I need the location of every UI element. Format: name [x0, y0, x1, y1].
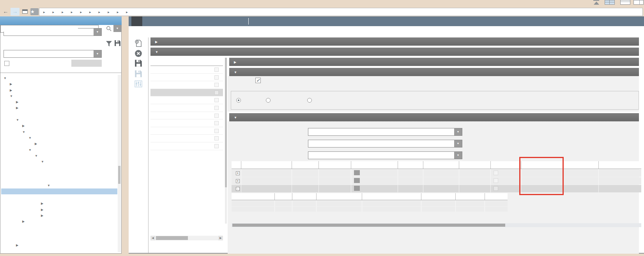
- collapse-row-icon[interactable]: [236, 187, 240, 191]
- scroll-right-icon[interactable]: ▶: [218, 236, 223, 240]
- property-row[interactable]: [150, 104, 223, 112]
- fs-checkbox[interactable]: [214, 136, 219, 140]
- fs-checkbox[interactable]: [214, 68, 219, 72]
- fs-checkbox[interactable]: [214, 121, 219, 125]
- section-command-configuration[interactable]: [229, 113, 639, 121]
- parameter-row[interactable]: [232, 201, 508, 206]
- right-panel-vscrollbar[interactable]: [225, 58, 227, 224]
- chevron-down-icon[interactable]: [234, 68, 242, 76]
- expand-arrow-icon[interactable]: [4, 75, 9, 81]
- parameter-row[interactable]: [232, 206, 508, 212]
- manual-navigation-checkbox[interactable]: [4, 61, 9, 66]
- tree-item[interactable]: [1, 242, 117, 248]
- favorites-star-icon[interactable]: [30, 8, 39, 15]
- fs-checkbox[interactable]: [214, 114, 219, 118]
- fs-checkbox[interactable]: [214, 144, 219, 148]
- scroll-left-icon[interactable]: ◀: [150, 236, 155, 240]
- scrollbar-thumb[interactable]: [232, 224, 505, 227]
- chevron-down-icon[interactable]: [94, 28, 101, 36]
- breadcrumb-item[interactable]: [40, 9, 48, 14]
- tree-item[interactable]: [1, 171, 117, 176]
- tree-item[interactable]: [1, 81, 117, 87]
- tree-item[interactable]: [1, 224, 117, 230]
- fs-checkbox[interactable]: [214, 75, 219, 80]
- combined-checkbox[interactable]: [494, 171, 498, 175]
- tab-models-functions[interactable]: [131, 16, 142, 26]
- expand-arrow-icon[interactable]: [28, 147, 34, 153]
- collapse-ribbon-icon[interactable]: [592, 0, 601, 5]
- expand-arrow-icon[interactable]: [35, 141, 40, 147]
- property-row[interactable]: [150, 135, 223, 142]
- tree-item[interactable]: [1, 158, 117, 164]
- chevron-right-icon[interactable]: [155, 38, 164, 46]
- save-as-icon-disabled[interactable]: [134, 70, 142, 78]
- dependency-2-dropdown[interactable]: [308, 140, 462, 148]
- valid-checkbox[interactable]: [255, 78, 261, 83]
- radio-icon[interactable]: [307, 98, 312, 103]
- combined-checkbox[interactable]: [494, 186, 498, 191]
- history-button[interactable]: [21, 8, 30, 16]
- tree-item[interactable]: [1, 129, 117, 135]
- dependency-1-dropdown[interactable]: [308, 128, 462, 136]
- back-button[interactable]: ←: [1, 8, 10, 16]
- expand-arrow-icon[interactable]: [41, 207, 46, 213]
- chevron-down-icon[interactable]: [454, 152, 462, 159]
- chevron-down-icon[interactable]: [234, 114, 242, 122]
- chevron-down-icon[interactable]: [113, 25, 121, 32]
- fs-checkbox[interactable]: [214, 98, 219, 102]
- tree-scrollbar[interactable]: [118, 75, 121, 252]
- tree-item[interactable]: [1, 212, 117, 218]
- expand-arrow-icon[interactable]: [22, 129, 28, 135]
- discard-icon[interactable]: [134, 50, 142, 57]
- tree-item[interactable]: [1, 135, 117, 140]
- layout-split-horizontal-icon[interactable]: [620, 0, 630, 5]
- tree-item[interactable]: [1, 164, 117, 170]
- radio-icon[interactable]: [236, 98, 241, 103]
- scrollbar-thumb[interactable]: [225, 58, 227, 187]
- tree-item[interactable]: [1, 194, 117, 200]
- fs-checkbox[interactable]: [214, 91, 219, 95]
- expand-arrow-icon[interactable]: [28, 135, 34, 141]
- fs-checkbox[interactable]: [214, 129, 219, 133]
- tree-item[interactable]: [1, 140, 117, 146]
- expand-arrow-icon[interactable]: [22, 219, 28, 224]
- expand-arrow-icon[interactable]: [16, 242, 21, 248]
- radio-icon[interactable]: [266, 98, 271, 103]
- property-row[interactable]: [150, 142, 223, 150]
- tree-item[interactable]: [1, 147, 117, 153]
- property-row[interactable]: [150, 112, 223, 120]
- expand-arrow-icon[interactable]: [47, 183, 53, 188]
- filter-settings-icon-disabled[interactable]: [134, 80, 142, 88]
- fs-checkbox[interactable]: [214, 106, 219, 110]
- expand-arrow-icon[interactable]: [16, 105, 21, 111]
- tree-item[interactable]: [1, 218, 117, 224]
- breadcrumb-item[interactable]: [50, 9, 58, 14]
- tree-item[interactable]: [1, 206, 117, 212]
- breadcrumb-item[interactable]: [86, 9, 94, 14]
- property-row[interactable]: [150, 74, 223, 82]
- combined-checkbox[interactable]: [494, 178, 498, 183]
- expand-arrow-icon[interactable]: [10, 93, 15, 99]
- scrollbar-thumb[interactable]: [156, 236, 188, 240]
- tree-scrollbar-thumb[interactable]: [118, 166, 120, 184]
- tree-item[interactable]: [1, 105, 117, 110]
- tree-item[interactable]: [1, 75, 117, 81]
- display-mode-selector[interactable]: [4, 50, 102, 58]
- tree-item[interactable]: [1, 87, 117, 93]
- section-alarm-configuration[interactable]: [229, 68, 639, 76]
- expand-arrow-icon[interactable]: [16, 117, 21, 123]
- filter-icon[interactable]: [106, 41, 112, 47]
- section-main[interactable]: [150, 37, 639, 46]
- tree-item[interactable]: [1, 182, 117, 188]
- property-row-selected[interactable]: [150, 89, 223, 97]
- send-button[interactable]: [71, 60, 102, 67]
- forward-button[interactable]: →: [11, 8, 19, 16]
- command-row[interactable]: [232, 169, 641, 177]
- breadcrumb-item[interactable]: [104, 9, 113, 14]
- section-details[interactable]: [229, 58, 639, 66]
- save-icon[interactable]: [134, 59, 142, 67]
- tree-item[interactable]: [1, 93, 117, 99]
- breadcrumb-item[interactable]: [68, 9, 76, 14]
- expand-arrow-icon[interactable]: [10, 81, 15, 87]
- radio-option-management-station[interactable]: [307, 98, 314, 103]
